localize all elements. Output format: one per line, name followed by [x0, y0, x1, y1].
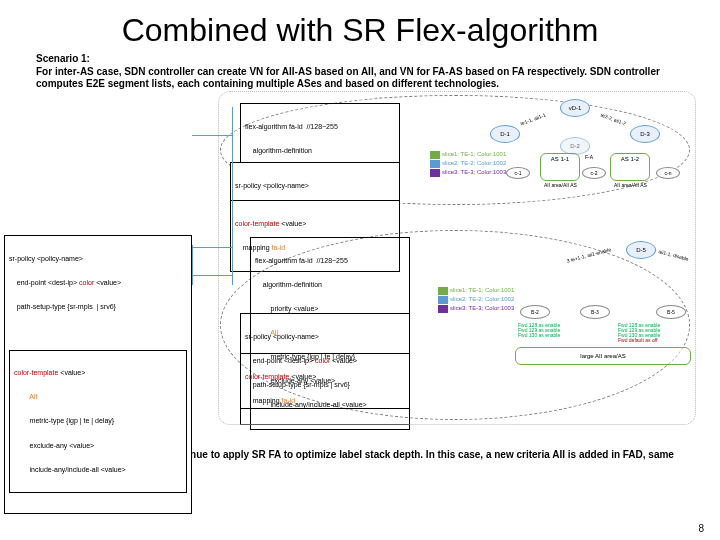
page-number: 8 [698, 523, 704, 534]
l: algorithm-definition [255, 281, 405, 289]
f3: Fwd 130 as enable [518, 333, 560, 338]
scenario1-header: Scenario 1: [36, 53, 90, 64]
left-codebox: sr-policy <policy-name> end-point <dest-… [4, 235, 192, 515]
oval-c1: c-1 [506, 167, 530, 179]
oval-b3: B-3 [580, 305, 610, 319]
bottom-ct-box: color-template <value> mapping fa-id [240, 353, 410, 425]
as11-label: AS 1-1 [543, 156, 577, 162]
oval-b5: B-5 [656, 305, 686, 319]
scenario1-text: Scenario 1: For inter-AS case, SDN contr… [0, 53, 720, 91]
slide-title: Combined with SR Flex-algorithm [0, 0, 720, 53]
l: exclude-any <value> [14, 442, 182, 450]
l: algorithm-definition [245, 147, 395, 155]
as12-label: AS 1-2 [613, 156, 647, 162]
diagram-area: sr-policy <policy-name> end-point <dest-… [0, 95, 720, 435]
connector-v [192, 245, 193, 285]
l: flex-algorithm fa-id //128~255 [245, 123, 395, 131]
node-d5: D-5 [626, 241, 656, 259]
l: color-template <value> [14, 369, 182, 377]
l: AII [14, 393, 182, 401]
node-vd1: vD-1 [560, 99, 590, 117]
slice1: slice1: TE-1; Color:1001 [430, 151, 506, 159]
node-d1: D-1 [490, 125, 520, 143]
oval-b2: B-2 [520, 305, 550, 319]
connector3 [192, 135, 232, 136]
l: sr-policy <policy-name> [235, 182, 395, 190]
l: flex-algorithm fa-id //128~255 [255, 257, 405, 265]
fwd-left: Fwd 128 as enable Fwd 129 as enable Fwd … [518, 323, 560, 338]
lbl-bottom-right: aii1-1, disable [658, 249, 689, 262]
fwd-right: Fwd 128 as enable Fwd 129 as enable Fwd … [618, 323, 660, 343]
fdr: Fwd default as off [618, 338, 660, 343]
slice1b: slice1: TE-1; Color:1001 [438, 287, 514, 295]
connector-v2 [232, 107, 233, 285]
slice3b: slice3: TE-3; Color:1003 [438, 305, 514, 313]
slice2: slice2: TE-2; Color:1002 [430, 160, 506, 168]
as11: AS 1-1 [540, 153, 580, 181]
oval-c2: c-2 [582, 167, 606, 179]
large-aii-box: large AII area/AS [515, 347, 691, 365]
l: mapping fa-id [245, 397, 405, 405]
connector1 [192, 247, 232, 248]
as12: AS 1-2 [610, 153, 650, 181]
l: color-template <value> [235, 220, 395, 228]
node-d3: D-3 [630, 125, 660, 143]
l: sr-policy <policy-name> [9, 255, 187, 263]
slice2b: slice2: TE-2; Color:1002 [438, 296, 514, 304]
aii-area-label2: AII area/AII AS [614, 183, 647, 188]
l: path-setup-type {sr-mpls | srv6} [9, 303, 187, 311]
large-aii-label: large AII area/AS [580, 353, 625, 359]
slices-bottom: slice1: TE-1; Color:1001 slice2: TE-2; C… [438, 287, 514, 314]
aii-area-label: AII area/AII AS [544, 183, 577, 188]
l: include-any/include-all <value> [14, 466, 182, 474]
oval-cn: c-n [656, 167, 680, 179]
l: color-template <value> [245, 373, 405, 381]
l: sr-policy <policy-name> [245, 333, 405, 341]
node-d2: D-2 [560, 137, 590, 155]
l: end-point <dest-ip> color <value> [9, 279, 187, 287]
slices-top: slice1: TE-1; Color:1001 slice2: TE-2; C… [430, 151, 506, 178]
scenario1-body: For inter-AS case, SDN controller can cr… [36, 66, 660, 90]
connector2 [192, 275, 232, 276]
fa-label-top: F-A [585, 155, 593, 160]
l: metric-type {igp | te | delay} [14, 417, 182, 425]
slice3: slice3: TE-3; Color:1003 [430, 169, 506, 177]
